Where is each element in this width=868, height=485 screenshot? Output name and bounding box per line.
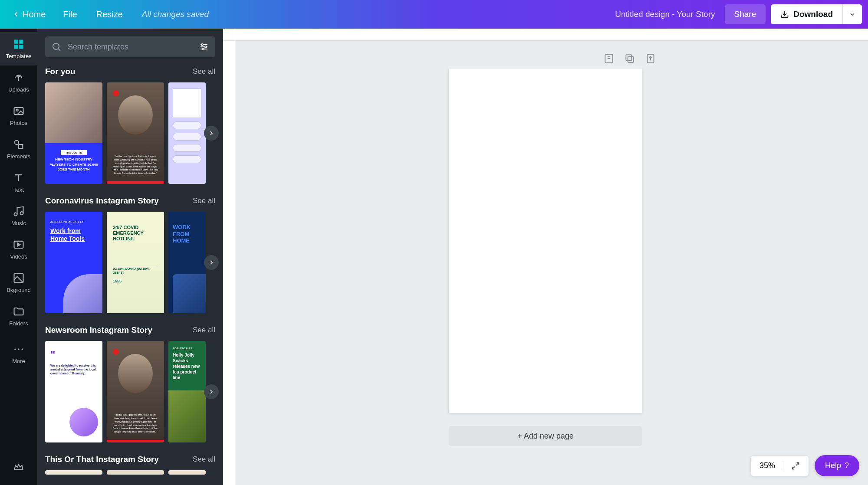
- horizontal-ruler[interactable]: [235, 29, 868, 41]
- upload-page-icon[interactable]: [645, 53, 656, 64]
- thumb-quote: "In the day I got my first role, I spent…: [112, 155, 159, 175]
- scroll-right-button[interactable]: [204, 255, 219, 270]
- download-dropdown[interactable]: [842, 4, 862, 24]
- duplicate-icon[interactable]: [624, 53, 635, 64]
- this-or-that-title: This Or That Instagram Story: [45, 455, 159, 464]
- uploads-label: Uploads: [0, 86, 37, 93]
- background-icon: [13, 272, 25, 284]
- thumb-text: NEW TECH INDUSTRY PLAYERS TO CREATE 10,0…: [49, 157, 98, 171]
- template-thumb[interactable]: 24/7 COVID EMERGENCY HOTLINE 02-894-COVI…: [107, 212, 164, 313]
- help-label: Help: [825, 461, 841, 470]
- header-left-group: Home File Resize All changes saved: [6, 6, 209, 23]
- templates-panel: For you See all THIS JUST IN NEW TECH IN…: [37, 29, 223, 485]
- svg-rect-9: [19, 144, 23, 148]
- crown-icon: [13, 462, 24, 473]
- templates-icon: [13, 38, 25, 50]
- chevron-down-icon: [849, 11, 856, 18]
- search-wrapper: [45, 36, 215, 57]
- help-button[interactable]: Help ?: [815, 455, 859, 476]
- see-all-newsroom[interactable]: See all: [193, 326, 215, 334]
- download-label: Download: [793, 10, 833, 19]
- templates-label: Templates: [0, 53, 37, 59]
- greenery-top: TOP STORIES: [173, 347, 201, 350]
- elements-label: Elements: [0, 153, 37, 160]
- svg-marker-13: [18, 243, 20, 246]
- svg-point-24: [205, 46, 207, 48]
- newsroom-title: Newsroom Instagram Story: [45, 325, 152, 335]
- home-button[interactable]: Home: [6, 6, 52, 23]
- chevron-right-icon: [208, 130, 215, 137]
- section-newsroom: Newsroom Instagram Story See all " We ar…: [45, 325, 215, 442]
- sidebar-item-elements[interactable]: Elements: [0, 132, 37, 166]
- template-thumb[interactable]: "In the day I got my first role, I spent…: [107, 341, 164, 442]
- uploads-icon: [13, 72, 25, 84]
- download-icon: [780, 10, 789, 19]
- add-page-button[interactable]: + Add new page: [449, 426, 642, 446]
- section-for-you: For you See all THIS JUST IN NEW TECH IN…: [45, 67, 215, 184]
- navy-title: WORK FROM HOME: [173, 224, 201, 244]
- sidebar-item-uploads[interactable]: Uploads: [0, 66, 37, 99]
- template-thumb[interactable]: TOP STORIES Holly Jolly Snacks releases …: [168, 341, 206, 442]
- sidebar-item-photos[interactable]: Photos: [0, 99, 37, 132]
- thumb-quote: "In the day I got my first role, I spent…: [112, 413, 159, 434]
- sidebar-item-premium[interactable]: [13, 451, 24, 485]
- svg-rect-3: [14, 45, 18, 49]
- scroll-right-button[interactable]: [204, 384, 219, 399]
- search-icon: [51, 42, 62, 52]
- canvas-area: + Add new page 35% Help ?: [223, 29, 868, 485]
- music-label: Music: [0, 220, 37, 226]
- template-thumb[interactable]: THIS JUST IN NEW TECH INDUSTRY PLAYERS T…: [45, 82, 102, 184]
- green-nums: 02-894-COVID (02-894-26843): [113, 267, 158, 275]
- see-all-for-you[interactable]: See all: [193, 67, 215, 76]
- fullscreen-icon[interactable]: [791, 462, 800, 470]
- sidebar-item-text[interactable]: Text: [0, 166, 37, 199]
- coronavirus-title: Coronavirus Instagram Story: [45, 196, 159, 206]
- svg-rect-4: [19, 45, 23, 49]
- greenery-title: Holly Jolly Snacks releases new tea prod…: [173, 352, 201, 380]
- template-thumb[interactable]: "In the day I got my first role, I spent…: [107, 82, 164, 184]
- file-menu[interactable]: File: [55, 6, 85, 23]
- template-thumb[interactable]: [107, 470, 164, 475]
- left-sidebar: Templates Uploads Photos Elements Text M…: [0, 29, 37, 485]
- template-thumb[interactable]: WORK FROM HOME: [168, 212, 206, 313]
- svg-point-11: [20, 212, 23, 215]
- scroll-right-button[interactable]: [204, 126, 219, 141]
- photos-label: Photos: [0, 120, 37, 126]
- sidebar-item-folders[interactable]: Folders: [0, 299, 37, 333]
- zoom-level[interactable]: 35%: [760, 461, 775, 470]
- chevron-left-icon: [12, 10, 20, 18]
- resize-menu[interactable]: Resize: [89, 6, 131, 23]
- sidebar-item-background[interactable]: Bkground: [0, 266, 37, 299]
- svg-point-7: [16, 109, 18, 111]
- template-thumb[interactable]: [168, 470, 206, 475]
- see-all-coronavirus[interactable]: See all: [193, 197, 215, 205]
- svg-point-18: [53, 43, 59, 49]
- thumb-badge: THIS JUST IN: [61, 150, 87, 155]
- notes-icon[interactable]: [603, 53, 615, 64]
- svg-line-19: [59, 49, 61, 51]
- see-all-this-or-that[interactable]: See all: [193, 455, 215, 464]
- folders-icon: [13, 305, 25, 318]
- share-button[interactable]: Share: [725, 4, 766, 24]
- filter-icon[interactable]: [199, 42, 209, 52]
- template-thumb[interactable]: [168, 82, 206, 184]
- sidebar-item-templates[interactable]: Templates: [0, 32, 37, 66]
- svg-point-17: [21, 348, 23, 350]
- sidebar-item-videos[interactable]: Videos: [0, 233, 37, 266]
- chevron-right-icon: [208, 259, 215, 266]
- ruler-corner: [223, 29, 235, 41]
- header-right-group: Untitled design - Your Story Share Downl…: [615, 4, 862, 24]
- vertical-ruler[interactable]: [223, 29, 235, 485]
- sidebar-item-music[interactable]: Music: [0, 199, 37, 233]
- sidebar-item-more[interactable]: More: [0, 337, 37, 370]
- for-you-title: For you: [45, 67, 76, 76]
- green-title: 24/7 COVID EMERGENCY HOTLINE: [113, 225, 158, 242]
- search-input[interactable]: [45, 36, 215, 57]
- template-thumb[interactable]: " We are delighted to receive this annua…: [45, 341, 102, 442]
- design-title-input[interactable]: Untitled design - Your Story: [615, 10, 715, 19]
- text-icon: [13, 172, 25, 184]
- download-button[interactable]: Download: [771, 4, 842, 24]
- template-thumb[interactable]: AN ESSENTIAL LIST OF Work from Home Tool…: [45, 212, 102, 313]
- design-page[interactable]: [449, 69, 642, 413]
- template-thumb[interactable]: [45, 470, 102, 475]
